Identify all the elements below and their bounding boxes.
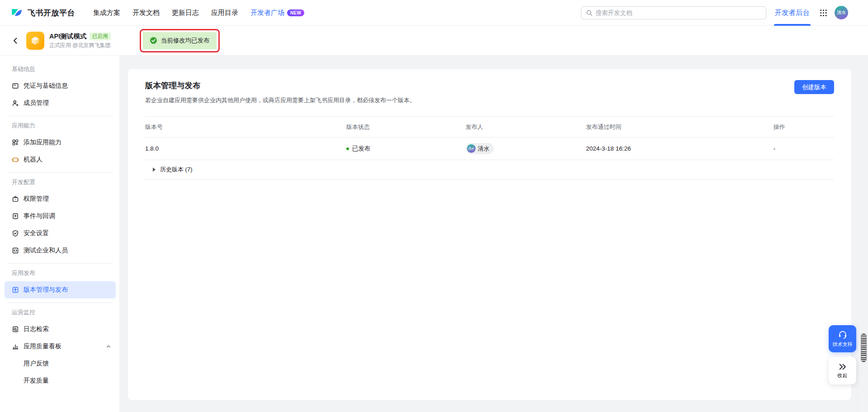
sidebar-item-label: 应用质量看板 bbox=[24, 342, 61, 350]
headset-icon bbox=[838, 330, 848, 340]
permission-icon bbox=[12, 195, 19, 203]
app-subtitle: 正式应用 @北京腾飞集团 bbox=[49, 42, 111, 49]
col-header-time: 发布通过时间 bbox=[586, 123, 774, 131]
status-dot-icon bbox=[346, 147, 349, 150]
sidebar-item-version-release[interactable]: 版本管理与发布 bbox=[5, 281, 116, 298]
col-header-status: 版本状态 bbox=[346, 123, 466, 131]
row-action: - bbox=[774, 145, 834, 152]
user-avatar[interactable]: 清水 bbox=[835, 6, 848, 19]
brand-name: 飞书开放平台 bbox=[28, 8, 75, 18]
publish-status-text: 当前修改均已发布 bbox=[161, 37, 210, 45]
brand-logo[interactable]: 飞书开放平台 bbox=[10, 6, 75, 19]
check-circle-icon bbox=[150, 37, 157, 44]
section-title-basic-info: 基础信息 bbox=[5, 64, 116, 75]
collapse-label: 收起 bbox=[838, 372, 848, 379]
sidebar-item-label: 成员管理 bbox=[24, 99, 49, 107]
security-shield-icon bbox=[12, 230, 19, 237]
app-name: API测试模式 bbox=[49, 32, 86, 41]
section-title-monitoring: 运营监控 bbox=[5, 307, 116, 318]
history-versions-label: 历史版本 (7) bbox=[160, 166, 193, 174]
page-title: 版本管理与发布 bbox=[145, 80, 415, 91]
chevron-up-icon[interactable] bbox=[106, 344, 111, 349]
version-management-card: 版本管理与发布 若企业自建应用需要供企业内其他用户使用，或商店应用需要上架飞书应… bbox=[128, 69, 851, 400]
publisher-avatar: 清水 bbox=[467, 144, 476, 153]
search-box[interactable] bbox=[581, 6, 766, 19]
member-add-icon bbox=[12, 99, 19, 107]
active-tab-indicator bbox=[774, 24, 811, 26]
sidebar-item-label: 权限管理 bbox=[24, 195, 49, 203]
sidebar-divider bbox=[7, 263, 113, 264]
back-button[interactable] bbox=[9, 34, 22, 47]
tech-support-button[interactable]: 技术支持 bbox=[829, 325, 856, 352]
table-header-row: 版本号 版本状态 发布人 发布通过时间 操作 bbox=[145, 116, 834, 137]
credential-icon bbox=[12, 82, 19, 90]
nav-right: 开发者后台 清水 bbox=[581, 0, 849, 26]
publish-status-pill: 当前修改均已发布 bbox=[143, 32, 217, 49]
collapse-button[interactable]: 收起 bbox=[829, 357, 856, 384]
version-upload-icon bbox=[12, 286, 19, 294]
nav-link-docs[interactable]: 开发文档 bbox=[132, 9, 160, 17]
search-icon bbox=[586, 9, 593, 16]
sidebar-item-label: 凭证与基础信息 bbox=[24, 82, 68, 90]
new-badge: NEW bbox=[287, 9, 304, 16]
sidebar-divider bbox=[7, 116, 113, 116]
sidebar-item-security[interactable]: 安全设置 bbox=[5, 225, 116, 242]
sidebar-item-test-company[interactable]: 测试企业和人员 bbox=[5, 242, 116, 259]
feishu-logo-icon bbox=[10, 6, 24, 19]
feishu-open-platform-page: 飞书开放平台 集成方案 开发文档 更新日志 应用目录 开发者广场 NEW bbox=[0, 0, 868, 412]
search-input[interactable] bbox=[596, 9, 761, 16]
sidebar-item-events[interactable]: 事件与回调 bbox=[5, 208, 116, 225]
nav-link-app-directory[interactable]: 应用目录 bbox=[211, 9, 238, 17]
sidebar-item-members[interactable]: 成员管理 bbox=[5, 95, 116, 112]
sidebar-divider bbox=[7, 172, 113, 173]
col-header-action: 操作 bbox=[774, 123, 834, 131]
content-area: 基础信息 凭证与基础信息 成员管理 应用能力 bbox=[0, 56, 868, 412]
sidebar-item-permissions[interactable]: 权限管理 bbox=[5, 190, 116, 208]
col-header-version: 版本号 bbox=[145, 123, 346, 131]
sidebar-item-dev-quality[interactable]: 开发质量 bbox=[5, 372, 116, 389]
sidebar: 基础信息 凭证与基础信息 成员管理 应用能力 bbox=[0, 56, 120, 412]
sidebar-divider bbox=[7, 303, 113, 303]
red-highlight-annotation: 当前修改均已发布 bbox=[140, 29, 220, 52]
enabled-status-badge: 已启用 bbox=[90, 33, 111, 40]
app-cube-icon bbox=[26, 32, 44, 50]
code-box-icon bbox=[12, 247, 19, 254]
sidebar-item-label: 测试企业和人员 bbox=[24, 246, 68, 255]
triangle-right-icon bbox=[152, 167, 156, 172]
sidebar-item-label: 添加应用能力 bbox=[24, 138, 61, 147]
sidebar-item-label: 事件与回调 bbox=[24, 212, 55, 220]
nav-link-changelog[interactable]: 更新日志 bbox=[172, 9, 199, 17]
app-grid-icon[interactable] bbox=[820, 9, 827, 17]
sidebar-item-add-capability[interactable]: 添加应用能力 bbox=[5, 134, 116, 151]
sidebar-item-label: 日志检索 bbox=[24, 325, 49, 333]
sidebar-item-credentials[interactable]: 凭证与基础信息 bbox=[5, 77, 116, 95]
status-badge: 已发布 bbox=[346, 145, 461, 153]
table-row: 1.8.0 已发布 清水 清水 bbox=[145, 137, 834, 160]
page-description: 若企业自建应用需要供企业内其他用户使用，或商店应用需要上架飞书应用目录，都必须发… bbox=[145, 96, 415, 104]
history-versions-toggle[interactable]: 历史版本 (7) bbox=[145, 160, 834, 180]
sidebar-item-label: 机器人 bbox=[24, 156, 42, 164]
sidebar-item-quality-dashboard[interactable]: 应用质量看板 bbox=[5, 338, 116, 355]
developer-console-tab[interactable]: 开发者后台 bbox=[774, 0, 811, 26]
app-header: API测试模式 已启用 正式应用 @北京腾飞集团 当前修改均已发布 bbox=[0, 26, 868, 56]
sidebar-item-label: 版本管理与发布 bbox=[24, 286, 68, 294]
robot-icon bbox=[12, 156, 19, 163]
nav-link-integration[interactable]: 集成方案 bbox=[93, 9, 120, 17]
tech-support-label: 技术支持 bbox=[833, 341, 853, 348]
nav-links: 集成方案 开发文档 更新日志 应用目录 开发者广场 NEW bbox=[93, 9, 304, 17]
double-chevron-right-icon bbox=[838, 363, 847, 371]
status-text: 已发布 bbox=[352, 145, 371, 153]
developer-console-label: 开发者后台 bbox=[775, 8, 810, 18]
grid-add-icon bbox=[12, 139, 19, 146]
section-title-app-release: 应用发布 bbox=[5, 268, 116, 279]
scrollbar-thumb[interactable] bbox=[861, 333, 867, 362]
sidebar-item-user-feedback[interactable]: 用户反馈 bbox=[5, 355, 116, 372]
sidebar-item-bot[interactable]: 机器人 bbox=[5, 151, 116, 168]
publisher-chip[interactable]: 清水 清水 bbox=[466, 143, 494, 154]
sidebar-item-log-search[interactable]: 日志检索 bbox=[5, 321, 116, 338]
nav-link-developer-plaza[interactable]: 开发者广场 NEW bbox=[250, 9, 304, 17]
quality-chart-icon bbox=[12, 343, 19, 350]
create-version-button[interactable]: 创建版本 bbox=[794, 80, 834, 94]
sidebar-item-label: 用户反馈 bbox=[24, 360, 49, 368]
col-header-publisher: 发布人 bbox=[466, 123, 586, 131]
